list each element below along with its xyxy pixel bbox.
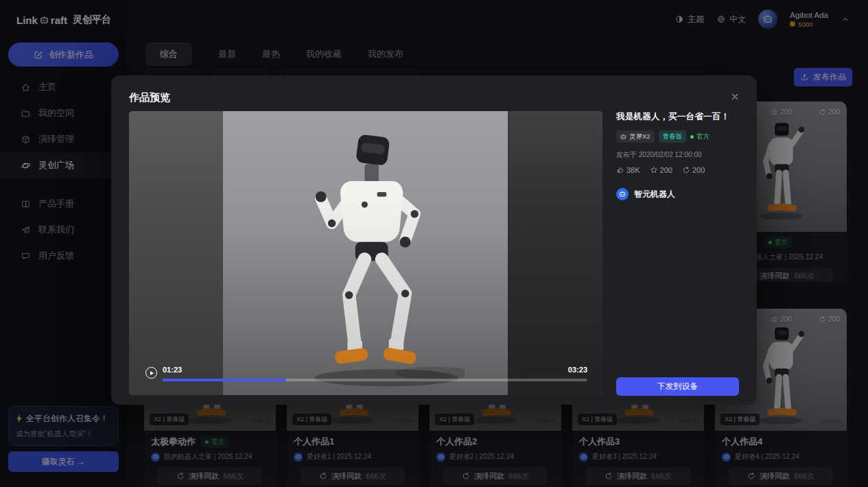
edition-badge: 青春版 — [659, 130, 687, 143]
total-time: 03:23 — [568, 366, 587, 374]
current-time: 01:23 — [163, 366, 182, 374]
shares-stat: 200 — [682, 166, 705, 174]
modal-title: 作品预览 — [129, 91, 170, 104]
close-icon — [730, 92, 740, 102]
author-name: 智元机器人 — [634, 189, 675, 200]
publish-date: 发布于 2020/02/02 12:00:00 — [616, 150, 739, 160]
work-stats: 38K 200 200 — [616, 166, 739, 174]
progress-bar[interactable] — [163, 379, 587, 381]
author-row[interactable]: 智元机器人 — [616, 188, 739, 200]
author-avatar — [616, 188, 629, 200]
video-player[interactable]: 01:23 03:23 — [129, 111, 602, 395]
share-loop-icon — [682, 166, 690, 174]
stars-stat: 200 — [650, 166, 672, 174]
official-badge: 官方 — [690, 132, 709, 141]
robot-badge-icon — [620, 134, 626, 140]
close-button[interactable] — [728, 90, 742, 104]
work-preview-modal: 作品预览 01:23 03:23 我是机器人，买一台省一百！ 灵犀X2 — [111, 75, 757, 405]
work-info-panel: 我是机器人，买一台省一百！ 灵犀X2 青春版 官方 发布于 2020/02/02… — [616, 111, 739, 200]
send-to-device-button[interactable]: 下发到设备 — [616, 377, 739, 396]
star-icon — [650, 166, 658, 174]
author-robot-icon — [619, 191, 626, 198]
app-root: Link raft 灵创平台 创作新作品 主页 我的空间 演绎管理 — [0, 0, 868, 487]
video-vignette — [129, 111, 602, 395]
play-button[interactable] — [145, 367, 157, 379]
likes-stat: 38K — [616, 166, 640, 174]
play-icon — [150, 371, 154, 375]
work-badges: 灵犀X2 青春版 官方 — [616, 130, 739, 143]
thumbs-up-icon — [616, 166, 624, 174]
progress-fill — [163, 379, 286, 381]
green-dot-icon — [690, 135, 694, 139]
model-badge: 灵犀X2 — [616, 130, 655, 143]
work-title: 我是机器人，买一台省一百！ — [616, 111, 739, 123]
